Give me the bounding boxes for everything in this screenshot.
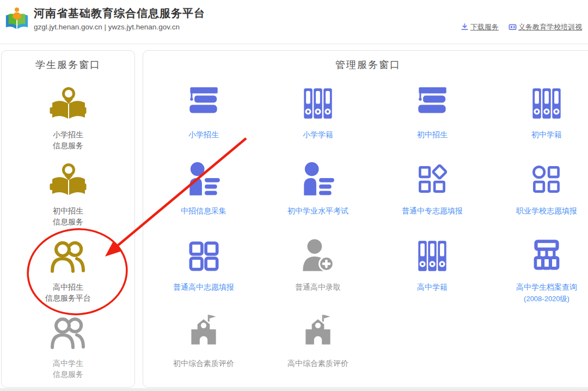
sidebar-item-high-school-admission-platform[interactable]: 高中招生 信息服务平台 [2, 234, 134, 310]
tile-high-school-roll[interactable]: 高中学籍 [412, 228, 452, 304]
sidebar-item-primary-admission-service[interactable]: 小学招生 信息服务 [2, 81, 134, 157]
tile-junior-admission[interactable]: 初中招生 [412, 76, 452, 152]
tile-label: 普通中专志愿填报 [402, 206, 463, 216]
reader-icon [48, 162, 88, 201]
sidebar-item-label: 初中招生 信息服务 [53, 205, 83, 227]
reader-icon [48, 85, 88, 125]
sidebar-item-label: 高中招生 信息服务平台 [45, 282, 91, 303]
grid-diamond-icon [412, 160, 452, 200]
training-video-link[interactable]: 义务教育学校培训视 [509, 23, 582, 31]
page-bottom-strip [0, 388, 588, 391]
tile-label: 初中学业水平考试 [287, 206, 348, 216]
tile-label: 初中综合素质评价 [173, 359, 234, 369]
page-title: 河南省基础教育综合信息服务平台 [34, 6, 205, 21]
platform-logo-icon [4, 5, 29, 32]
tile-label: 高中学籍 [417, 283, 448, 292]
tile-sublabel: (2008-2020级) [524, 294, 569, 304]
management-service-panel: 管理服务窗口 小学招生 小学学籍 初中招生 初中学籍 中招信息采集 [143, 50, 588, 388]
header-titles: 河南省基础教育综合信息服务平台 gzgl.jyt.henan.gov.cn | … [34, 6, 205, 31]
users-icon [48, 314, 88, 353]
video-icon [509, 23, 517, 31]
tile-label: 普通高中录取 [295, 283, 341, 292]
sidebar-item-high-school-student-service[interactable]: 高中学生 信息服务 [2, 310, 134, 386]
person-list-icon [183, 160, 224, 200]
management-service-grid: 小学招生 小学学籍 初中招生 初中学籍 中招信息采集 初中学业水平考试 [143, 76, 588, 381]
header: 河南省基础教育综合信息服务平台 gzgl.jyt.henan.gov.cn | … [0, 0, 588, 44]
page: 河南省基础教育综合信息服务平台 gzgl.jyt.henan.gov.cn | … [0, 0, 588, 391]
sidebar-item-junior-admission-service[interactable]: 初中招生 信息服务 [2, 157, 134, 234]
tile-label: 初中招生 [417, 130, 448, 140]
tile-junior-quality-eval[interactable]: 初中综合素质评价 [173, 304, 234, 381]
person-list-icon [298, 160, 338, 200]
tile-label: 小学招生 [188, 130, 219, 140]
tile-label: 职业学校志愿填报 [516, 206, 577, 216]
tile-junior-roll[interactable]: 初中学籍 [526, 76, 567, 152]
tile-label: 普通高中志愿填报 [173, 283, 234, 292]
tile-high-school-volunteer[interactable]: 普通高中志愿填报 [173, 228, 234, 304]
tile-vocational-school-volunteer[interactable]: 职业学校志愿填报 [516, 152, 577, 228]
binders-icon [526, 83, 567, 124]
training-video-label: 义务教育学校培训视 [518, 23, 582, 31]
tile-label: 高中学生档案查询 [516, 283, 577, 292]
books-gradcap-icon [183, 83, 224, 124]
person-add-icon [298, 236, 338, 276]
sidebar-item-label: 高中学生 信息服务 [53, 358, 83, 380]
tile-high-school-enrollment[interactable]: 普通高中录取 [295, 228, 341, 304]
header-links: 下载服务义务教育学校培训视 [461, 22, 588, 32]
tile-student-archive-query[interactable]: 高中学生档案查询 (2008-2020级) [516, 228, 577, 304]
school-icon [183, 312, 224, 352]
users-icon [48, 238, 88, 277]
books-gradcap-icon [412, 83, 452, 124]
download-service-label: 下载服务 [470, 23, 499, 31]
school-icon [298, 312, 338, 352]
download-service-link[interactable]: 下载服务 [461, 23, 499, 31]
sitemap-icon [526, 236, 567, 276]
tile-primary-roll[interactable]: 小学学籍 [298, 76, 338, 152]
tile-zhongzhao-info-collect[interactable]: 中招信息采集 [181, 152, 226, 228]
tile-label: 中招信息采集 [181, 206, 226, 216]
student-service-panel: 学生服务窗口 小学招生 信息服务 初中招生 信息服务 高中招生 [1, 50, 135, 388]
download-icon [461, 23, 469, 31]
binders-icon [298, 83, 338, 124]
student-service-panel-title: 学生服务窗口 [2, 51, 134, 71]
tile-label: 高中综合素质评价 [287, 359, 348, 369]
tile-high-quality-eval[interactable]: 高中综合素质评价 [287, 304, 348, 381]
sidebar-item-label: 小学招生 信息服务 [53, 129, 83, 151]
grid-icon [183, 236, 224, 276]
student-service-list: 小学招生 信息服务 初中招生 信息服务 高中招生 信息服务平台 [2, 81, 134, 386]
page-domains: gzgl.jyt.henan.gov.cn | ywzs.jyt.henan.g… [34, 23, 205, 31]
binders-icon [412, 236, 452, 276]
tile-label: 初中学籍 [531, 130, 562, 140]
management-service-panel-title: 管理服务窗口 [143, 51, 588, 71]
tile-label: 小学学籍 [303, 130, 333, 140]
tile-junior-academic-exam[interactable]: 初中学业水平考试 [287, 152, 348, 228]
tile-secondary-vocational-volunteer[interactable]: 普通中专志愿填报 [402, 152, 463, 228]
grid-circle-icon [526, 160, 567, 200]
tile-primary-admission[interactable]: 小学招生 [183, 76, 224, 152]
